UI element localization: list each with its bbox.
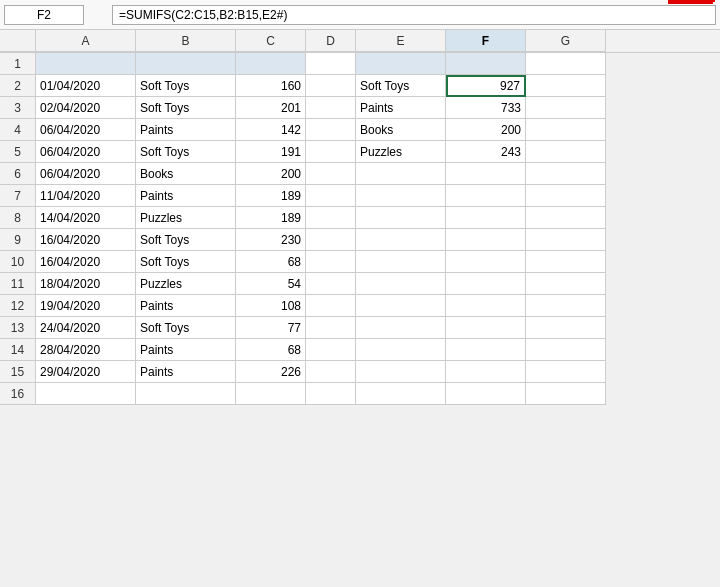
cell-f15[interactable] [446, 361, 526, 383]
cell-g16[interactable] [526, 383, 606, 405]
cell-e15[interactable] [356, 361, 446, 383]
cell-d1[interactable] [306, 53, 356, 75]
cell-f10[interactable] [446, 251, 526, 273]
cell-e13[interactable] [356, 317, 446, 339]
cell-f8[interactable] [446, 207, 526, 229]
col-header-e[interactable]: E [356, 30, 446, 52]
cell-c15[interactable]: 226 [236, 361, 306, 383]
cell-g5[interactable] [526, 141, 606, 163]
col-header-d[interactable]: D [306, 30, 356, 52]
cell-e7[interactable] [356, 185, 446, 207]
cell-e3[interactable]: Paints [356, 97, 446, 119]
cell-e6[interactable] [356, 163, 446, 185]
cell-c6[interactable]: 200 [236, 163, 306, 185]
cell-f9[interactable] [446, 229, 526, 251]
cell-a7[interactable]: 11/04/2020 [36, 185, 136, 207]
cell-f7[interactable] [446, 185, 526, 207]
cell-g11[interactable] [526, 273, 606, 295]
cell-c12[interactable]: 108 [236, 295, 306, 317]
cell-a12[interactable]: 19/04/2020 [36, 295, 136, 317]
cell-b15[interactable]: Paints [136, 361, 236, 383]
cell-e12[interactable] [356, 295, 446, 317]
cell-g12[interactable] [526, 295, 606, 317]
cell-e4[interactable]: Books [356, 119, 446, 141]
cell-b10[interactable]: Soft Toys [136, 251, 236, 273]
cell-g3[interactable] [526, 97, 606, 119]
cell-b13[interactable]: Soft Toys [136, 317, 236, 339]
cell-d16[interactable] [306, 383, 356, 405]
cell-d7[interactable] [306, 185, 356, 207]
cell-b16[interactable] [136, 383, 236, 405]
cell-b9[interactable]: Soft Toys [136, 229, 236, 251]
cell-b1[interactable] [136, 53, 236, 75]
cell-c11[interactable]: 54 [236, 273, 306, 295]
cell-g2[interactable] [526, 75, 606, 97]
cell-b3[interactable]: Soft Toys [136, 97, 236, 119]
cell-f4[interactable]: 200 [446, 119, 526, 141]
col-header-a[interactable]: A [36, 30, 136, 52]
cell-d11[interactable] [306, 273, 356, 295]
cell-f12[interactable] [446, 295, 526, 317]
col-header-c[interactable]: C [236, 30, 306, 52]
cell-g4[interactable] [526, 119, 606, 141]
cell-f13[interactable] [446, 317, 526, 339]
col-header-b[interactable]: B [136, 30, 236, 52]
cell-c4[interactable]: 142 [236, 119, 306, 141]
cell-g13[interactable] [526, 317, 606, 339]
cell-g15[interactable] [526, 361, 606, 383]
cell-a6[interactable]: 06/04/2020 [36, 163, 136, 185]
cell-g10[interactable] [526, 251, 606, 273]
cell-g8[interactable] [526, 207, 606, 229]
cell-e1[interactable] [356, 53, 446, 75]
cell-e11[interactable] [356, 273, 446, 295]
cell-e5[interactable]: Puzzles [356, 141, 446, 163]
cell-b5[interactable]: Soft Toys [136, 141, 236, 163]
cell-f16[interactable] [446, 383, 526, 405]
cell-d9[interactable] [306, 229, 356, 251]
cell-e9[interactable] [356, 229, 446, 251]
name-box[interactable] [4, 5, 84, 25]
cell-a1[interactable] [36, 53, 136, 75]
cell-d6[interactable] [306, 163, 356, 185]
cell-d15[interactable] [306, 361, 356, 383]
cell-d8[interactable] [306, 207, 356, 229]
cell-a3[interactable]: 02/04/2020 [36, 97, 136, 119]
formula-input[interactable] [112, 5, 716, 25]
cell-a11[interactable]: 18/04/2020 [36, 273, 136, 295]
cell-b2[interactable]: Soft Toys [136, 75, 236, 97]
cell-c16[interactable] [236, 383, 306, 405]
cell-f3[interactable]: 733 [446, 97, 526, 119]
cell-g9[interactable] [526, 229, 606, 251]
cell-f14[interactable] [446, 339, 526, 361]
cell-a14[interactable]: 28/04/2020 [36, 339, 136, 361]
cell-a2[interactable]: 01/04/2020 [36, 75, 136, 97]
cell-e8[interactable] [356, 207, 446, 229]
cell-d12[interactable] [306, 295, 356, 317]
cell-d5[interactable] [306, 141, 356, 163]
cell-f11[interactable] [446, 273, 526, 295]
cell-a9[interactable]: 16/04/2020 [36, 229, 136, 251]
cell-c13[interactable]: 77 [236, 317, 306, 339]
cell-d14[interactable] [306, 339, 356, 361]
cell-b8[interactable]: Puzzles [136, 207, 236, 229]
cell-c10[interactable]: 68 [236, 251, 306, 273]
cell-e16[interactable] [356, 383, 446, 405]
cell-g7[interactable] [526, 185, 606, 207]
cell-b12[interactable]: Paints [136, 295, 236, 317]
cell-d13[interactable] [306, 317, 356, 339]
cell-f5[interactable]: 243 [446, 141, 526, 163]
cell-c8[interactable]: 189 [236, 207, 306, 229]
cell-c7[interactable]: 189 [236, 185, 306, 207]
cell-c1[interactable] [236, 53, 306, 75]
cell-c14[interactable]: 68 [236, 339, 306, 361]
cell-a5[interactable]: 06/04/2020 [36, 141, 136, 163]
cell-g6[interactable] [526, 163, 606, 185]
cell-a16[interactable] [36, 383, 136, 405]
col-header-g[interactable]: G [526, 30, 606, 52]
cell-c9[interactable]: 230 [236, 229, 306, 251]
cell-d4[interactable] [306, 119, 356, 141]
col-header-f[interactable]: F [446, 30, 526, 52]
cell-f2[interactable]: 927 [446, 75, 526, 97]
cell-a15[interactable]: 29/04/2020 [36, 361, 136, 383]
cell-c3[interactable]: 201 [236, 97, 306, 119]
